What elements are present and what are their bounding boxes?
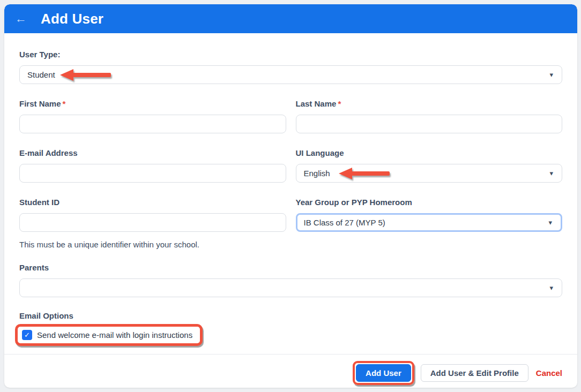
annotation-arrow-ui-language — [339, 168, 390, 179]
chevron-down-icon: ▾ — [549, 284, 553, 292]
annotation-arrow-user-type — [60, 69, 111, 81]
dialog-footer: Add User Add User & Edit Profile Cancel — [4, 355, 577, 385]
email-field[interactable] — [19, 164, 286, 183]
parents-select[interactable]: ▾ — [19, 278, 562, 297]
ui-language-label: UI Language — [296, 148, 563, 157]
email-options-label: Email Options — [19, 311, 562, 320]
form-content: User Type: Student ▾ First Name* Last Na… — [4, 50, 577, 346]
annotation-highlight-add-user: Add User — [353, 361, 414, 385]
welcome-email-checkbox[interactable]: ✓ — [22, 330, 32, 340]
year-group-label: Year Group or PYP Homeroom — [296, 198, 563, 207]
parents-label: Parents — [19, 263, 562, 272]
user-type-select[interactable]: Student ▾ — [19, 65, 562, 84]
last-name-field[interactable] — [296, 115, 563, 133]
dialog-header: ← Add User — [4, 4, 577, 33]
welcome-email-checkbox-label: Send welcome e-mail with login instructi… — [37, 330, 192, 340]
year-group-value: IB Class of 27 (MYP 5) — [304, 218, 385, 227]
ui-language-value: English — [304, 169, 330, 178]
student-id-help-text: This must be a unique identifier within … — [19, 240, 286, 249]
checkmark-icon: ✓ — [24, 331, 30, 339]
first-name-field[interactable] — [19, 115, 286, 133]
student-id-label: Student ID — [19, 198, 286, 207]
chevron-down-icon: ▾ — [548, 218, 552, 227]
year-group-select[interactable]: IB Class of 27 (MYP 5) ▾ — [296, 213, 563, 232]
chevron-down-icon: ▾ — [549, 71, 553, 79]
add-user-edit-profile-button[interactable]: Add User & Edit Profile — [421, 364, 528, 382]
annotation-highlight-email-options: ✓ Send welcome e-mail with login instruc… — [15, 324, 203, 346]
chevron-down-icon: ▾ — [549, 169, 553, 177]
user-type-label: User Type: — [19, 50, 562, 59]
user-type-value: Student — [27, 70, 55, 79]
first-name-label: First Name* — [19, 99, 286, 108]
back-arrow-icon[interactable]: ← — [15, 13, 34, 25]
page-title: Add User — [41, 11, 103, 27]
student-id-field[interactable] — [19, 213, 286, 232]
cancel-link[interactable]: Cancel — [536, 368, 562, 378]
last-name-label: Last Name* — [296, 99, 563, 108]
ui-language-select[interactable]: English ▾ — [296, 164, 563, 183]
email-label: E-mail Address — [19, 148, 286, 157]
add-user-dialog: ← Add User User Type: Student ▾ First Na… — [4, 4, 577, 388]
add-user-button[interactable]: Add User — [356, 364, 411, 382]
required-asterisk: * — [63, 99, 66, 108]
required-asterisk: * — [338, 99, 341, 108]
